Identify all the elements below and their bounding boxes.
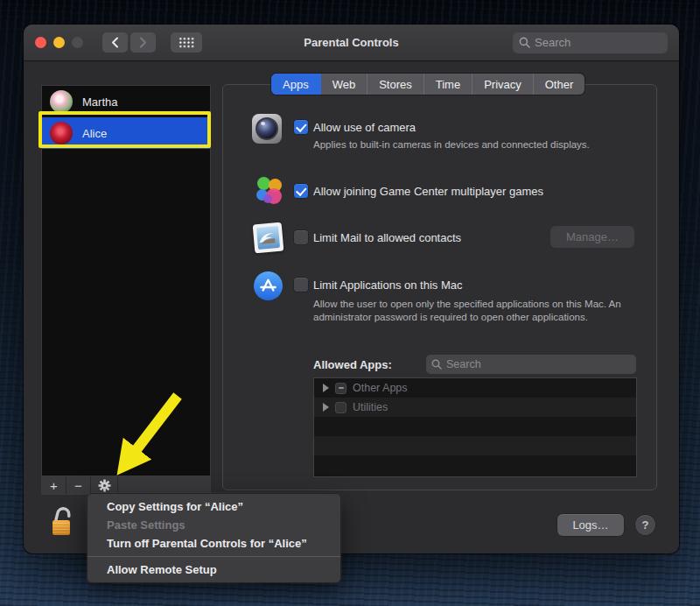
desktop-background: Parental Controls Martha Alice + − (0, 0, 700, 606)
mail-stamp (256, 226, 280, 250)
allowed-apps-search-input[interactable] (446, 358, 631, 370)
allow-camera-desc: Applies to built-in cameras in devices a… (313, 138, 654, 152)
camera-icon (252, 114, 282, 144)
titlebar-search-input[interactable] (535, 36, 662, 49)
tab-privacy[interactable]: Privacy (472, 74, 534, 95)
user-row-martha[interactable]: Martha (42, 86, 210, 117)
gear-action-button[interactable] (91, 476, 118, 494)
allowed-apps-search-field[interactable] (426, 355, 636, 374)
unlocked-padlock-icon[interactable] (46, 504, 76, 539)
list-item-label: Other Apps (353, 382, 408, 394)
zoom-window-button-disabled (72, 37, 83, 48)
limit-mail-label: Limit Mail to allowed contacts (313, 231, 461, 244)
menu-item-turn-off-parental-controls[interactable]: Turn off Parental Controls for “Alice” (88, 534, 340, 553)
titlebar: Parental Controls (24, 25, 679, 61)
eagle-glyph (256, 226, 280, 250)
empty-list-row (314, 436, 636, 455)
tab-stores[interactable]: Stores (368, 74, 424, 95)
game-center-icon (256, 177, 284, 205)
tab-bar: Apps Web Stores Time Privacy Other (271, 74, 584, 95)
allowed-apps-label: Allowed Apps: (313, 358, 392, 371)
mail-icon (253, 222, 284, 254)
disclosure-triangle-icon[interactable] (323, 403, 329, 412)
remove-user-button[interactable]: − (66, 476, 91, 494)
menu-item-copy-settings[interactable]: Copy Settings for “Alice” (88, 497, 340, 516)
minimize-window-button[interactable] (53, 37, 65, 48)
empty-list-row (314, 455, 636, 475)
allow-gamecenter-label: Allow joining Game Center multiplayer ga… (313, 185, 543, 198)
grid-icon (178, 37, 194, 48)
menu-item-allow-remote-setup[interactable]: Allow Remote Setup (88, 560, 340, 579)
search-icon (431, 359, 442, 370)
user-list: Martha Alice (41, 85, 211, 476)
tab-other[interactable]: Other (534, 74, 585, 95)
app-store-a-glyph (254, 271, 283, 300)
close-window-button[interactable] (35, 37, 46, 48)
titlebar-search-field[interactable] (513, 32, 668, 53)
list-item-other-apps[interactable]: Other Apps (314, 378, 636, 398)
menu-item-paste-settings: Paste Settings (88, 516, 340, 534)
alice-avatar (50, 122, 73, 144)
gear-context-menu: Copy Settings for “Alice” Paste Settings… (87, 493, 341, 583)
empty-list-row (314, 417, 636, 436)
disclosure-triangle-icon[interactable] (323, 384, 329, 392)
utilities-checkbox[interactable] (335, 402, 346, 413)
tab-apps[interactable]: Apps (271, 74, 321, 95)
limit-applications-label: Limit Applications on this Mac (313, 278, 463, 292)
camera-lens (256, 117, 278, 140)
list-item-label: Utilities (353, 401, 388, 413)
window-title: Parental Controls (304, 36, 398, 49)
martha-avatar (50, 90, 73, 113)
back-button[interactable] (102, 32, 128, 53)
action-bar-spacer (118, 476, 210, 494)
allow-gamecenter-checkbox[interactable] (294, 184, 308, 198)
other-apps-checkbox[interactable] (335, 383, 346, 394)
limit-mail-checkbox[interactable] (294, 230, 308, 244)
user-name: Alice (82, 127, 107, 140)
app-store-icon (254, 271, 283, 300)
search-icon (519, 37, 530, 48)
allowed-apps-list: Other Apps Utilities (313, 377, 637, 477)
add-user-button[interactable]: + (42, 476, 66, 494)
allow-camera-label: Allow use of camera (313, 121, 416, 134)
chevron-left-icon (111, 37, 119, 48)
allow-camera-checkbox[interactable] (294, 120, 308, 134)
user-row-alice[interactable]: Alice (42, 117, 210, 149)
manage-button: Manage… (550, 226, 634, 248)
limit-applications-desc: Allow the user to open only the specifie… (313, 298, 646, 324)
help-button[interactable]: ? (635, 515, 655, 535)
gear-icon (98, 479, 111, 492)
tab-time[interactable]: Time (424, 74, 472, 95)
list-item-utilities[interactable]: Utilities (314, 398, 636, 417)
menu-separator (88, 556, 340, 557)
chevron-right-icon (139, 37, 147, 48)
show-all-preferences-button[interactable] (171, 32, 202, 53)
logs-button[interactable]: Logs… (557, 514, 624, 536)
forward-button-disabled (130, 32, 156, 53)
limit-applications-checkbox[interactable] (294, 278, 308, 292)
gc-bubble-purple (263, 194, 272, 203)
tab-web[interactable]: Web (321, 74, 368, 95)
user-name: Martha (82, 95, 117, 109)
user-list-action-bar: + − (41, 476, 211, 495)
